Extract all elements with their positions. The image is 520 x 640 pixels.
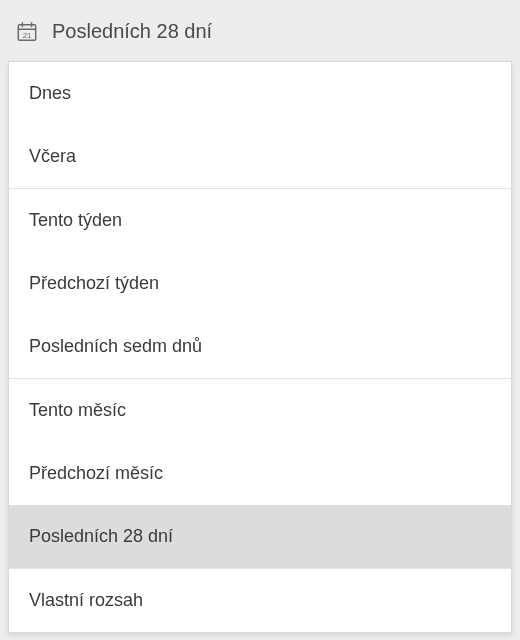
- option-this-month[interactable]: Tento měsíc: [9, 379, 511, 442]
- option-group-day: Dnes Včera: [9, 62, 511, 188]
- option-previous-week[interactable]: Předchozí týden: [9, 252, 511, 315]
- option-group-custom: Vlastní rozsah: [9, 568, 511, 632]
- option-group-month: Tento měsíc Předchozí měsíc Posledních 2…: [9, 378, 511, 568]
- dropdown-panel: Dnes Včera Tento týden Předchozí týden P…: [8, 61, 512, 633]
- option-yesterday[interactable]: Včera: [9, 125, 511, 188]
- option-group-week: Tento týden Předchozí týden Posledních s…: [9, 188, 511, 378]
- option-last-28-days[interactable]: Posledních 28 dní: [9, 505, 511, 568]
- option-this-week[interactable]: Tento týden: [9, 189, 511, 252]
- calendar-icon-day: 21: [23, 30, 32, 39]
- option-custom-range[interactable]: Vlastní rozsah: [9, 569, 511, 632]
- calendar-icon: 21: [16, 21, 38, 43]
- option-last-seven-days[interactable]: Posledních sedm dnů: [9, 315, 511, 378]
- date-range-picker: 21 Posledních 28 dní Dnes Včera Tento tý…: [0, 0, 520, 640]
- option-today[interactable]: Dnes: [9, 62, 511, 125]
- selected-range-label: Posledních 28 dní: [52, 20, 212, 43]
- option-previous-month[interactable]: Předchozí měsíc: [9, 442, 511, 505]
- picker-header: 21 Posledních 28 dní: [8, 8, 512, 61]
